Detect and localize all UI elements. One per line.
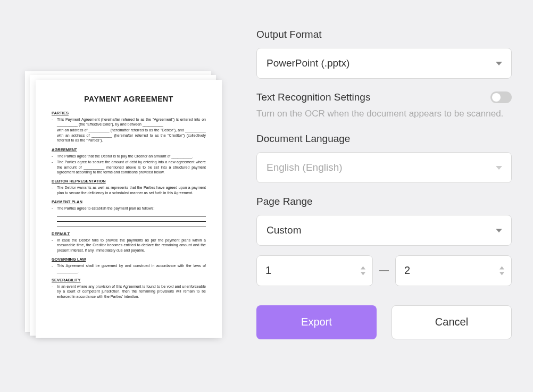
chevron-down-icon bbox=[495, 162, 503, 173]
document-stack: PAYMENT AGREEMENT PARTIES -This Payment … bbox=[32, 77, 219, 337]
output-format-select[interactable]: PowerPoint (.pptx) bbox=[256, 48, 512, 79]
export-settings-panel: Output Format PowerPoint (.pptx) Text Re… bbox=[230, 27, 512, 365]
cancel-button[interactable]: Cancel bbox=[392, 305, 512, 339]
page-to-input[interactable]: 2 bbox=[395, 255, 512, 286]
page-range-group: Page Range Custom 1 2 bbox=[256, 196, 512, 286]
spinner-down-icon[interactable] bbox=[360, 271, 366, 276]
page-range-row: 1 2 bbox=[256, 255, 512, 286]
page-to-value: 2 bbox=[404, 264, 410, 277]
page-range-select[interactable]: Custom bbox=[256, 215, 512, 246]
doc-section-sev: SEVERABILITY bbox=[52, 278, 206, 282]
language-group: Document Language English (English) bbox=[256, 133, 512, 183]
toggle-knob bbox=[492, 93, 501, 102]
doc-page-front: PAYMENT AGREEMENT PARTIES -This Payment … bbox=[36, 80, 222, 338]
doc-section-debtor: DEBTOR REPRESENTATION bbox=[52, 179, 206, 184]
ocr-toggle[interactable] bbox=[490, 91, 512, 103]
ocr-label: Text Recognition Settings bbox=[256, 91, 370, 103]
language-value: English (English) bbox=[266, 162, 343, 173]
spinner-to bbox=[499, 265, 505, 276]
chevron-down-icon bbox=[495, 57, 503, 69]
export-button[interactable]: Export bbox=[256, 305, 377, 339]
language-label: Document Language bbox=[256, 133, 512, 145]
ocr-help-text: Turn on the OCR when the document appear… bbox=[256, 107, 512, 120]
doc-section-default: DEFAULT bbox=[52, 231, 206, 236]
doc-title: PAYMENT AGREEMENT bbox=[52, 95, 206, 103]
output-format-label: Output Format bbox=[256, 29, 512, 40]
doc-section-plan: PAYMENT PLAN bbox=[52, 199, 206, 204]
output-format-value: PowerPoint (.pptx) bbox=[266, 57, 349, 69]
page-from-input[interactable]: 1 bbox=[256, 255, 373, 286]
range-dash bbox=[379, 270, 389, 271]
language-select: English (English) bbox=[256, 152, 512, 183]
doc-section-agreement: AGREEMENT bbox=[52, 147, 206, 152]
page-range-label: Page Range bbox=[256, 196, 512, 207]
doc-section-parties: PARTIES bbox=[52, 111, 206, 115]
spinner-up-icon[interactable] bbox=[360, 265, 366, 270]
page-from-value: 1 bbox=[265, 264, 271, 277]
ocr-group: Text Recognition Settings Turn on the OC… bbox=[256, 91, 512, 120]
doc-section-gov: GOVERNING LAW bbox=[52, 257, 206, 262]
output-format-group: Output Format PowerPoint (.pptx) bbox=[256, 29, 512, 79]
page-range-value: Custom bbox=[266, 224, 301, 236]
spinner-down-icon[interactable] bbox=[499, 271, 505, 276]
action-buttons: Export Cancel bbox=[256, 305, 512, 339]
spinner-up-icon[interactable] bbox=[499, 265, 505, 270]
chevron-down-icon bbox=[495, 224, 503, 236]
document-preview-panel: PAYMENT AGREEMENT PARTIES -This Payment … bbox=[21, 27, 230, 365]
spinner-from bbox=[360, 265, 366, 276]
